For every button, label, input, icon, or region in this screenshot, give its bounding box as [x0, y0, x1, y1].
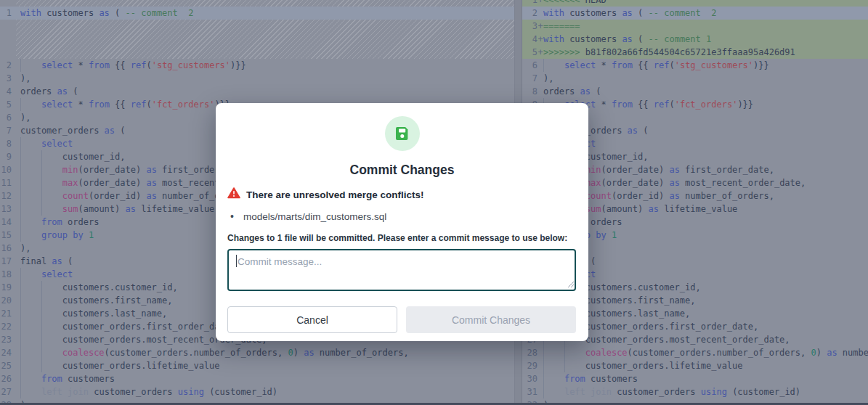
code-text: ), — [543, 111, 868, 124]
line-number: 4 — [0, 85, 12, 98]
code-text: select — [543, 137, 868, 150]
code-text: select * from {{ ref('stg_customers')}} — [20, 59, 514, 72]
indent-guide — [20, 137, 21, 150]
indent-guide — [41, 346, 42, 359]
warning-triangle-icon — [227, 187, 240, 202]
code-line[interactable]: 3), — [0, 72, 514, 85]
indent-guide — [20, 229, 21, 242]
code-text: select * from {{ ref('stg_customers')}} — [543, 59, 868, 72]
indent-guide — [20, 333, 21, 346]
indent-guide — [41, 307, 42, 320]
code-line[interactable]: 7), — [522, 72, 868, 85]
code-text: from customers — [543, 372, 868, 385]
code-text: left join customer_orders using (custome… — [20, 385, 514, 398]
line-number: 24 — [0, 346, 12, 359]
code-line[interactable]: 1+<<<<<<< HEAD — [522, 0, 868, 7]
indent-guide — [543, 346, 544, 359]
code-text: group by 1 — [543, 229, 868, 242]
code-text: customer_id, — [543, 150, 868, 163]
line-number: 21 — [0, 307, 12, 320]
code-line[interactable]: 3+======= — [522, 20, 868, 33]
diff-add-marker: + — [538, 20, 543, 33]
cancel-button[interactable]: Cancel — [227, 306, 397, 333]
code-line[interactable]: 4+with customers as ( -- comment 1 — [522, 33, 868, 46]
line-number: 26 — [0, 372, 12, 385]
floppy-disk-save-icon — [385, 116, 420, 151]
code-text: select — [543, 268, 868, 281]
diff-add-marker — [538, 59, 543, 72]
line-number: 10 — [0, 163, 12, 176]
code-text: count(order_id) as number_of_orders, — [543, 189, 868, 202]
indent-guide — [564, 359, 565, 372]
commit-message-input[interactable] — [227, 249, 576, 291]
line-number: 22 — [0, 320, 12, 333]
line-number: 19 — [0, 281, 12, 294]
code-text: left join customer_orders using (custome… — [543, 385, 868, 398]
indent-guide — [41, 281, 42, 294]
code-line[interactable]: 4orders as ( — [0, 85, 514, 98]
code-text: >>>>>>> b81f802a66fd544504c65721e3ffaaa9… — [543, 46, 868, 59]
line-number: 1 — [522, 0, 538, 7]
code-text: with customers as ( -- comment 2 — [543, 7, 868, 20]
diff-add-marker: + — [538, 0, 543, 7]
line-number: 9 — [0, 150, 12, 163]
code-line[interactable]: 31 left join customer_orders using (cust… — [522, 385, 868, 398]
line-number: 7 — [522, 72, 538, 85]
code-text: <<<<<<< HEAD — [543, 0, 868, 7]
line-number: 3 — [0, 72, 12, 85]
code-text: coalesce(customer_orders.number_of_order… — [20, 346, 514, 359]
code-line[interactable]: 25 customer_orders.lifetime_value — [0, 359, 514, 372]
code-text: min(order_date) as first_order_date, — [543, 163, 868, 176]
line-number: 6 — [0, 111, 12, 124]
line-number: 5 — [522, 46, 538, 59]
code-line[interactable]: 2 select * from {{ ref('stg_customers')}… — [0, 59, 514, 72]
indent-guide — [543, 372, 544, 385]
code-text: max(order_date) as most_recent_order_dat… — [543, 176, 868, 189]
code-line[interactable]: 26 from customers — [0, 372, 514, 385]
code-line[interactable]: 6 select * from {{ ref('stg_customers')}… — [522, 59, 868, 72]
diff-add-marker — [538, 385, 543, 398]
merge-conflict-warning: There are unresolved merge conflicts! — [246, 189, 424, 200]
indent-guide — [543, 359, 544, 372]
line-number: 2 — [522, 7, 538, 20]
indent-guide — [20, 163, 21, 176]
commit-changes-button[interactable]: Commit Changes — [406, 306, 576, 333]
code-line[interactable]: 2with customers as ( -- comment 2 — [522, 7, 868, 20]
code-line[interactable]: 5+>>>>>>> b81f802a66fd544504c65721e3ffaa… — [522, 46, 868, 59]
code-line[interactable]: 29 customer_orders.lifetime_value — [522, 359, 868, 372]
diff-add-marker — [538, 372, 543, 385]
indent-guide — [41, 202, 42, 216]
indent-guide — [543, 385, 544, 398]
code-text: from orders — [543, 216, 868, 229]
diff-hatch-fill — [16, 20, 514, 59]
code-line[interactable]: 27 left join customer_orders using (cust… — [0, 385, 514, 398]
indent-guide — [41, 163, 42, 176]
code-line[interactable]: 30 from customers — [522, 372, 868, 385]
diff-hatch-fill — [16, 0, 514, 7]
line-number: 4 — [522, 33, 538, 46]
indent-guide — [41, 320, 42, 333]
code-line[interactable]: 28 coalesce(customer_orders.number_of_or… — [522, 346, 868, 359]
indent-guide — [41, 150, 42, 163]
code-text: sum(amount) as lifetime_value — [543, 202, 868, 216]
code-text: customers.last_name, — [543, 307, 868, 320]
code-text: final as ( — [543, 255, 868, 268]
indent-guide — [20, 189, 21, 202]
diff-add-marker — [538, 72, 543, 85]
diff-add-marker — [538, 359, 543, 372]
indent-guide — [20, 176, 21, 189]
code-line[interactable]: 1with customers as ( -- comment 2 — [0, 7, 514, 20]
code-text: ), — [20, 72, 514, 85]
conflict-file-path: models/marts/dim_customers.sql — [243, 211, 386, 222]
indent-guide — [20, 59, 21, 72]
code-text: customer_orders as ( — [543, 124, 868, 137]
diff-add-marker — [538, 346, 543, 359]
code-line[interactable]: 8orders as ( — [522, 85, 868, 98]
code-text: ======= — [543, 20, 868, 33]
code-line[interactable]: 24 coalesce(customer_orders.number_of_or… — [0, 346, 514, 359]
code-text: select * from {{ ref('fct_orders')}} — [543, 98, 868, 111]
code-text: orders as ( — [20, 85, 514, 98]
code-text: customer_orders.lifetime_value — [20, 359, 514, 372]
code-text: customers.customer_id, — [543, 281, 868, 294]
diff-add-marker: + — [538, 33, 543, 46]
